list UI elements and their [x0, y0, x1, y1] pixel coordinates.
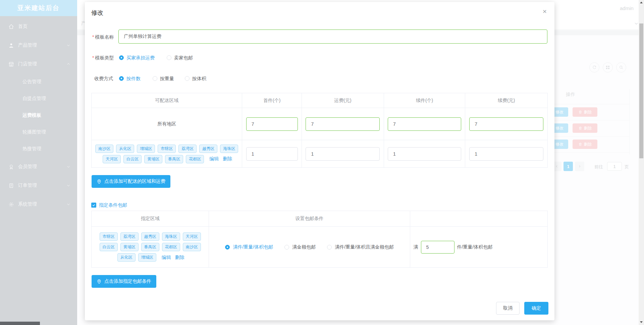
district-tag: 花都区	[186, 155, 204, 163]
district-tag: 黄埔区	[144, 155, 162, 163]
sidebar-subitem-hot-search[interactable]: 热搜管理	[0, 143, 77, 155]
radio-by-piece-label[interactable]: 按件数	[126, 76, 141, 82]
pagination-page-1[interactable]: 1	[564, 162, 573, 171]
district-first-input[interactable]	[246, 147, 298, 161]
vertical-scrollbar-thumb[interactable]	[639, 23, 643, 158]
edit-label: 修改	[555, 125, 564, 131]
district-tag: 越秀区	[199, 145, 217, 153]
district-tag: 市辖区	[100, 232, 118, 241]
add-condition-button[interactable]: 点击添加指定包邮条件	[92, 275, 156, 288]
col-header-fee: 运费(元)	[302, 93, 384, 108]
radio-free-by-quantity-and-amount[interactable]	[327, 245, 332, 250]
row-delete-button[interactable]: 删除	[573, 107, 597, 117]
condition-district-cell: 市辖区 荔湾区 越秀区 海珠区 天河区 白云区 黄埔区 番禺区 花都区 南沙区	[92, 226, 209, 267]
threshold-cell: 满 件/重量/体积包邮	[410, 226, 547, 267]
col-header-additional-piece: 续件(个)	[384, 93, 466, 108]
page: 亚米建站后台 首页 产品管理 门店管理 公告管理 自提点管理 运费模板 轮播图管…	[0, 0, 644, 325]
location-pin-icon	[97, 179, 102, 184]
district-additional-fee-input[interactable]	[469, 147, 543, 161]
pagination-goto-input[interactable]	[607, 162, 622, 171]
district-tag: 白云区	[123, 155, 142, 163]
check-icon	[92, 203, 96, 207]
sidebar-subitem-announcements[interactable]: 公告管理	[0, 76, 77, 88]
columns-button[interactable]	[603, 62, 613, 72]
edit-regions-link[interactable]: 编辑	[209, 156, 219, 162]
sidebar-subitem-carousel[interactable]: 轮播图管理	[0, 126, 77, 138]
district-tag: 荔湾区	[178, 145, 197, 153]
charge-method-label: 收费方式	[94, 76, 113, 82]
sidebar-item-products[interactable]: 产品管理	[0, 39, 77, 52]
all-regions-additional-input[interactable]	[388, 117, 461, 131]
all-regions-cell: 所有地区	[92, 108, 242, 140]
search-button[interactable]	[616, 62, 626, 72]
district-fee-input[interactable]	[306, 147, 380, 161]
district-additional-input[interactable]	[388, 147, 461, 161]
shop-icon	[8, 61, 14, 67]
radio-buyer-pays-label[interactable]: 买家承担运费	[126, 55, 155, 61]
horizontal-scrollbar-thumb[interactable]	[0, 322, 40, 325]
sidebar-subitem-pickup-points[interactable]: 自提点管理	[0, 93, 77, 105]
all-regions-fee-input[interactable]	[306, 117, 380, 131]
confirm-button[interactable]: 确定	[524, 302, 548, 315]
template-name-label: *模板名称	[92, 34, 114, 40]
sidebar-item-members[interactable]: 会员管理	[0, 160, 77, 173]
sidebar-item-label: 门店管理	[18, 61, 37, 67]
free-shipping-checkbox[interactable]	[91, 203, 96, 208]
radio-by-volume-label[interactable]: 按体积	[192, 76, 206, 82]
refresh-icon	[592, 65, 597, 70]
scroll-up-icon[interactable]	[640, 2, 643, 3]
radio-free-by-amount-label[interactable]: 满金额包邮	[292, 244, 316, 250]
refresh-button[interactable]	[589, 62, 599, 72]
sidebar-item-home[interactable]: 首页	[0, 20, 77, 33]
district-list-cell: 南沙区 从化区 增城区 市辖区 荔湾区 越秀区 海珠区 天河区 白云区 黄埔区 …	[92, 140, 242, 167]
radio-free-by-amount[interactable]	[284, 245, 289, 250]
cancel-button[interactable]: 取消	[496, 302, 520, 315]
sidebar-item-orders[interactable]: 订单管理	[0, 179, 77, 192]
pagination-page-label: 页	[625, 164, 629, 170]
template-name-input[interactable]	[118, 30, 547, 44]
user-menu[interactable]: admin	[620, 5, 634, 11]
sidebar-item-stores[interactable]: 门店管理	[0, 57, 77, 71]
sidebar-subitem-shipping-templates[interactable]: 运费模板	[0, 109, 77, 121]
sidebar-item-system[interactable]: 系统管理	[0, 198, 77, 211]
delete-condition-regions-link[interactable]: 删除	[175, 255, 184, 261]
user-icon	[8, 43, 14, 48]
radio-by-piece[interactable]	[119, 76, 124, 81]
delete-regions-link[interactable]: 删除	[223, 156, 232, 162]
sidebar-item-label: 系统管理	[18, 201, 37, 207]
radio-buyer-pays[interactable]	[119, 55, 124, 60]
edit-condition-regions-link[interactable]: 编辑	[162, 255, 171, 261]
pagination-next-button[interactable]	[575, 162, 584, 171]
search-icon	[619, 65, 624, 70]
row-delete-button[interactable]: 删除	[573, 123, 597, 133]
radio-seller-free[interactable]	[167, 55, 171, 60]
all-regions-additional-fee-input[interactable]	[469, 117, 543, 131]
all-regions-first-input[interactable]	[246, 117, 298, 131]
radio-seller-free-label[interactable]: 卖家包邮	[174, 55, 193, 61]
threshold-value-input[interactable]	[421, 241, 454, 254]
radio-free-by-quantity-label[interactable]: 满件/重量/体积包邮	[233, 244, 273, 250]
sidebar-subitem-label: 运费模板	[22, 112, 41, 118]
radio-free-by-quantity-and-amount-label[interactable]: 满件/重量/体积且满金额包邮	[335, 244, 394, 250]
sidebar-item-label: 首页	[18, 23, 28, 30]
required-mark: *	[92, 34, 94, 40]
edit-label: 修改	[555, 142, 564, 147]
close-icon[interactable]: ×	[540, 7, 549, 16]
district-tag: 增城区	[138, 253, 156, 262]
sidebar-subitem-label: 热搜管理	[22, 146, 41, 152]
add-region-label: 点击添加可配送的区域和运费	[104, 178, 165, 184]
radio-free-by-quantity[interactable]	[225, 245, 230, 250]
free-shipping-checkbox-label[interactable]: 指定条件包邮	[99, 202, 127, 208]
scroll-down-icon[interactable]	[640, 321, 643, 323]
col-header-blank	[410, 211, 547, 226]
radio-by-weight-label[interactable]: 按重量	[160, 76, 174, 82]
add-region-button[interactable]: 点击添加可配送的区域和运费	[92, 175, 170, 188]
row-delete-button[interactable]: 删除	[573, 140, 597, 149]
order-document-icon	[8, 183, 14, 188]
vertical-scrollbar[interactable]	[639, 0, 644, 325]
radio-by-volume[interactable]	[185, 76, 190, 81]
radio-by-weight[interactable]	[153, 76, 157, 81]
district-tag: 从化区	[117, 253, 136, 262]
ops-column-header: 操作	[566, 92, 575, 98]
district-tag: 番禺区	[141, 243, 159, 251]
